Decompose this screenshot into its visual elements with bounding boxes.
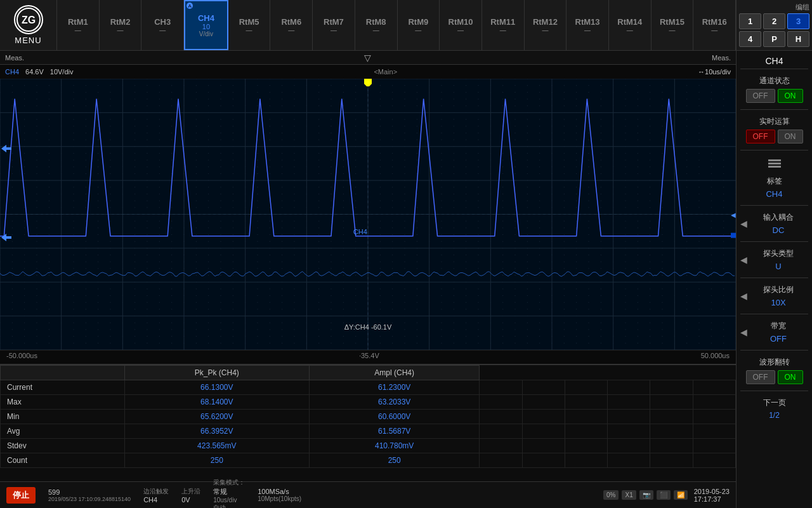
channel-tab-rtm12[interactable]: RtM12— — [525, 0, 567, 50]
edge-value: 0V — [181, 496, 190, 504]
meas-empty-5-7 — [650, 453, 693, 468]
osc-area: Meas. ▽ Meas. CH4 64.6V 10V/div <Main> ↔… — [0, 51, 736, 508]
bandwidth-row: ◀ 带宽 OFF — [740, 321, 808, 344]
realtime-off-btn[interactable]: OFF — [746, 130, 775, 144]
group-btn-3[interactable]: 3 — [787, 13, 809, 29]
meas-empty-5-3 — [480, 453, 522, 468]
status-icon-percent: 0% — [603, 490, 619, 500]
meas-empty-5-4 — [522, 453, 565, 468]
meas-empty-2-6 — [608, 410, 650, 424]
meas-row-label-3: Avg — [1, 424, 125, 439]
probe-ratio-arrow[interactable]: ◀ — [740, 291, 747, 301]
wave-flip-on-btn[interactable]: ON — [778, 370, 803, 384]
group-btn-1[interactable]: 1 — [739, 13, 761, 29]
time-mid: ·35.4V — [359, 352, 379, 363]
waveform-canvas — [0, 79, 736, 350]
meas-ampl-2: 60.6000V — [310, 410, 480, 424]
menu-label[interactable]: MENU — [15, 36, 41, 45]
channel-tab-rtm14[interactable]: RtM14— — [609, 0, 652, 50]
page-value: 1/2 — [769, 411, 780, 420]
group-btn-h[interactable]: H — [787, 31, 809, 47]
channel-tab-rtm5[interactable]: RtM5— — [228, 0, 271, 50]
channel-state-off-btn[interactable]: OFF — [746, 89, 775, 103]
bandwidth-section: 带宽 OFF — [749, 321, 808, 344]
group-btn-2[interactable]: 2 — [763, 13, 785, 29]
channel-tab-rtm2[interactable]: RtM2— — [100, 0, 142, 50]
channel-tab-rtm7[interactable]: RtM7— — [313, 0, 355, 50]
meas-empty-4-6 — [608, 439, 650, 453]
meas-header-0 — [1, 366, 125, 380]
meas-empty-2-4 — [522, 410, 565, 424]
time-value: 10us/div — [213, 497, 237, 504]
tag-section: 标签 CH4 — [740, 176, 808, 199]
meas-row-label-0: Current — [1, 380, 125, 395]
ch-volts: 64.6V — [25, 68, 44, 76]
svg-rect-8 — [768, 166, 781, 168]
counter-value: 599 — [48, 488, 60, 496]
date-right: 2019-05-23 — [694, 488, 730, 495]
svg-rect-6 — [768, 159, 781, 161]
acquire-label: 采集模式： — [213, 478, 245, 487]
channel-tab-ch4[interactable]: ACH410V/div — [184, 0, 228, 50]
bandwidth-arrow[interactable]: ◀ — [740, 327, 747, 337]
counter-item: 599 2019/05/23 17:10:09.248815140 — [48, 488, 131, 502]
meas-empty-1-4 — [522, 395, 565, 410]
divider-3 — [740, 205, 808, 206]
group-btn-4[interactable]: 4 — [739, 31, 761, 47]
next-page-section: 下一页 1/2 — [740, 398, 808, 420]
ch-tab-dash-rtm1: — — [75, 27, 81, 34]
wave-flip-off-btn[interactable]: OFF — [746, 370, 775, 384]
meas-header-2: Ampl (CH4) — [310, 366, 480, 380]
channel-tab-rtm10[interactable]: RtM10— — [440, 0, 482, 50]
channel-tab-rtm15[interactable]: RtM15— — [652, 0, 694, 50]
group-btn-p[interactable]: P — [763, 31, 785, 47]
icon-row — [740, 157, 808, 170]
channel-tab-rtm1[interactable]: RtM1— — [57, 0, 100, 50]
probe-type-value: U — [775, 262, 781, 271]
sample-item: 100MSa/s 10Mpts(10kpts) — [258, 488, 301, 502]
channel-tab-rtm16[interactable]: RtM16— — [693, 0, 736, 50]
meas-row-label-2: Min — [1, 410, 125, 424]
channel-tab-rtm9[interactable]: RtM9— — [398, 0, 440, 50]
status-bar-right: 0% X1 📷 ⬛ 📶 2019-05-23 17:17:37 — [603, 488, 730, 503]
stop-button[interactable]: 停止 — [6, 487, 36, 504]
channel-tab-rtm11[interactable]: RtM11— — [482, 0, 525, 50]
time-right: 50.000us — [701, 352, 730, 363]
tag-value: CH4 — [766, 189, 782, 199]
divider-2 — [740, 150, 808, 150]
meas-row-2: Min65.6200V60.6000V — [1, 410, 736, 424]
channel-tab-ch3[interactable]: CH3— — [141, 0, 184, 50]
main-content: Meas. ▽ Meas. CH4 64.6V 10V/div <Main> ↔… — [0, 51, 812, 508]
datetime-right: 2019-05-23 17:17:37 — [694, 488, 730, 503]
channel-tab-rtm13[interactable]: RtM13— — [566, 0, 609, 50]
probe-type-arrow[interactable]: ◀ — [740, 255, 747, 265]
probe-ratio-label: 探头比例 — [763, 284, 794, 295]
meas-row-label-1: Max — [1, 395, 125, 410]
meas-pk-pk-5: 250 — [124, 453, 310, 468]
channel-tab-rtm8[interactable]: RtM8— — [355, 0, 398, 50]
ch-tab-dash-rtm15: — — [669, 27, 675, 34]
ch-tab-name-rtm1: RtM1 — [68, 17, 88, 27]
ch-tab-name-rtm5: RtM5 — [239, 17, 259, 27]
trigger-label: 边沿触发 — [143, 487, 169, 496]
wave-flip-label: 波形翻转 — [759, 357, 790, 368]
channel-state-on-btn[interactable]: ON — [778, 89, 803, 103]
ch-tab-name-rtm10: RtM10 — [449, 17, 473, 27]
trigger-item: 边沿触发 CH4 — [143, 487, 169, 504]
ch-tab-dash-rtm10: — — [457, 27, 464, 34]
channel-tab-rtm6[interactable]: RtM6— — [270, 0, 313, 50]
divider-7 — [740, 350, 808, 351]
panel-title: CH4 — [740, 56, 808, 69]
input-couple-arrow[interactable]: ◀ — [740, 218, 747, 229]
ch-tab-name-rtm12: RtM12 — [533, 17, 558, 27]
ch-tab-name-rtm16: RtM16 — [702, 17, 727, 27]
acquire-value: 常规 — [213, 487, 227, 497]
meas-empty-3-5 — [565, 424, 607, 439]
realtime-on-btn[interactable]: ON — [778, 130, 803, 144]
meas-pk-pk-4: 423.565mV — [124, 439, 310, 453]
meas-empty-1-6 — [608, 395, 650, 410]
channel-state-label: 通道状态 — [759, 76, 790, 86]
meas-ampl-0: 61.2300V — [310, 380, 480, 395]
svg-rect-5 — [6, 236, 11, 239]
meas-empty-0-7 — [650, 380, 693, 395]
